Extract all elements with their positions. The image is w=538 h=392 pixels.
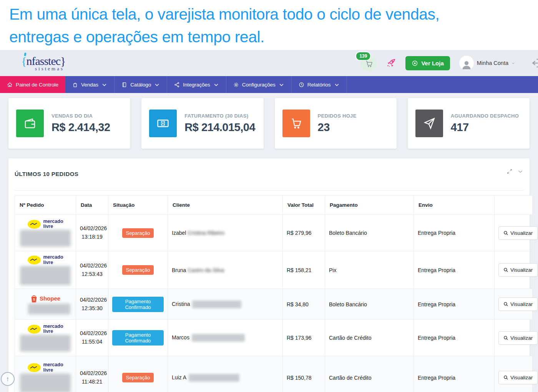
search-icon xyxy=(503,302,508,307)
order-client: Cristina xyxy=(168,289,283,320)
account-label: Minha Conta xyxy=(477,60,508,66)
ver-loja-button[interactable]: Ver Loja xyxy=(405,56,450,70)
chevron-down-icon xyxy=(511,61,515,65)
col-header-valor-total: Valor Total xyxy=(283,196,325,215)
logo-brace-left: { xyxy=(21,55,26,67)
cart-icon xyxy=(282,110,310,137)
order-payment: Boleto Bancário xyxy=(325,215,414,251)
order-total: R$ 34,80 xyxy=(283,289,325,320)
nav-item-relatorios[interactable]: Relatórios xyxy=(292,76,347,93)
stat-card-faturamento: FATURAMENTO (30 DIAS) R$ 214.015,04 xyxy=(141,98,263,149)
settings-icon xyxy=(233,82,239,88)
stat-value: R$ 2.414,32 xyxy=(51,121,110,134)
headline-banner: Em uma única tela, o varejista monitora … xyxy=(0,0,538,50)
order-payment: Pix xyxy=(325,251,414,289)
visualizar-button[interactable]: Visualizar xyxy=(498,297,538,311)
order-client: Bruna Castro da Silva xyxy=(168,251,283,289)
search-icon xyxy=(503,231,508,236)
order-date: 04/02/202612:53:43 xyxy=(76,251,108,289)
redacted-order-number xyxy=(20,374,71,392)
stat-card-pedidos-hoje: PEDIDOS HOJE 23 xyxy=(275,98,397,149)
stat-value: 23 xyxy=(318,121,357,134)
logout-icon[interactable] xyxy=(530,57,538,69)
table-row: mercadolivre 04/02/202612:53:43 Separaçã… xyxy=(15,251,533,289)
arrow-up-icon: ↑ xyxy=(6,375,10,383)
col-header-pedido: Nº Pedido xyxy=(15,196,76,215)
nav-item-painel-de-controle[interactable]: Painel de Controle xyxy=(0,76,65,93)
order-date: 04/02/202611:48:21 xyxy=(76,356,108,392)
redacted-order-number xyxy=(20,266,71,285)
order-shipping: Entrega Propria xyxy=(414,215,495,251)
order-client: Marcos xyxy=(168,320,283,356)
order-total: R$ 158,21 xyxy=(283,251,325,289)
nav-item-vendas[interactable]: Vendas xyxy=(65,76,115,93)
headline-line1: Em uma única tela, o varejista monitora … xyxy=(9,3,530,26)
stat-label: FATURAMENTO (30 DIAS) xyxy=(184,113,255,119)
header-cart-button[interactable]: 139 xyxy=(360,55,377,71)
stat-card-vendas-do-dia: VENDAS DO DIA R$ 2.414,32 xyxy=(8,98,130,149)
redacted-client-name: Castro da Silva xyxy=(188,267,224,273)
scroll-to-top-button[interactable]: ↑ xyxy=(1,372,15,386)
order-total: R$ 173,96 xyxy=(283,320,325,356)
stat-value: R$ 214.015,04 xyxy=(184,121,255,134)
visualizar-button[interactable]: Visualizar xyxy=(498,263,538,277)
table-row: mercadolivre 04/02/202613:18:19 Separaçã… xyxy=(15,215,533,251)
home-icon xyxy=(7,82,13,88)
col-header-pagamento: Pagamento xyxy=(325,196,414,215)
shopee-logo: S Shopee xyxy=(19,294,72,303)
order-shipping: Entrega Propria xyxy=(414,289,495,320)
table-row: mercadolivre 04/02/202611:48:21 Separaçã… xyxy=(15,356,533,392)
sales-bag-icon xyxy=(72,82,78,88)
order-payment: Cartão de Crédito xyxy=(325,356,414,392)
expand-icon[interactable] xyxy=(506,168,513,174)
chevron-down-icon xyxy=(213,82,219,88)
logo-brace-right: } xyxy=(60,55,65,67)
logo-name: nfasstec xyxy=(26,55,60,67)
col-header-envio: Envio xyxy=(414,196,495,215)
order-client: Luiz A xyxy=(168,356,283,392)
order-shipping: Entrega Propria xyxy=(414,320,495,356)
orders-panel: ÚLTIMOS 10 PEDIDOS Nº Pedido Data Situaç… xyxy=(8,158,530,392)
order-date: 04/02/202611:55:04 xyxy=(76,320,108,356)
redacted-order-number xyxy=(20,335,71,352)
visualizar-button[interactable]: Visualizar xyxy=(498,226,538,240)
redacted-client-name xyxy=(192,301,241,308)
col-header-cliente: Cliente xyxy=(168,196,283,215)
app-logo[interactable]: {nfasstec} sistemas xyxy=(21,55,65,71)
stat-card-aguardando-despacho: AGUARDANDO DESPACHO 417 xyxy=(408,98,530,149)
order-shipping: Entrega Propria xyxy=(414,356,495,392)
nav-item-integracoes[interactable]: Integrações xyxy=(167,76,226,93)
redacted-client-name xyxy=(189,374,239,382)
account-menu[interactable]: Minha Conta xyxy=(459,56,515,70)
col-header-actions xyxy=(495,196,533,215)
status-badge: Pagamento Confirmado xyxy=(112,297,164,312)
order-date: 04/02/202612:35:30 xyxy=(76,289,108,320)
stat-value: 417 xyxy=(451,121,519,134)
table-header-row: Nº Pedido Data Situação Cliente Valor To… xyxy=(15,196,533,215)
status-badge: Separação xyxy=(122,228,154,238)
headline-line2: entregas e operações em tempo real. xyxy=(9,26,530,48)
stat-cards: VENDAS DO DIA R$ 2.414,32 FATURAMENTO (3… xyxy=(0,93,538,149)
wallet-icon xyxy=(16,110,44,137)
nav-item-configuracoes[interactable]: Configurações xyxy=(226,76,292,93)
catalog-icon xyxy=(121,82,127,88)
mercadolivre-logo: mercadolivre xyxy=(19,219,72,229)
visualizar-button[interactable]: Visualizar xyxy=(498,331,538,345)
eye-icon xyxy=(412,60,418,66)
visualizar-button[interactable]: Visualizar xyxy=(498,371,538,384)
status-badge: Separação xyxy=(122,373,154,382)
stat-label: VENDAS DO DIA xyxy=(51,113,110,119)
nav-item-catalogo[interactable]: Catálogo xyxy=(115,76,167,93)
mercadolivre-logo: mercadolivre xyxy=(19,324,72,334)
table-row: mercadolivre 04/02/202611:55:04 Pagament… xyxy=(15,320,533,356)
collapse-chevron-icon[interactable] xyxy=(517,168,523,174)
order-payment: Boleto Bancário xyxy=(325,289,414,320)
order-date: 04/02/202613:18:19 xyxy=(76,215,108,251)
col-header-data: Data xyxy=(76,196,108,215)
mercadolivre-logo: mercadolivre xyxy=(19,255,72,265)
status-badge: Separação xyxy=(122,265,154,275)
chevron-down-icon xyxy=(101,82,107,88)
rocket-icon[interactable] xyxy=(386,58,396,68)
orders-panel-title: ÚLTIMOS 10 PEDIDOS xyxy=(15,158,523,177)
stat-label: PEDIDOS HOJE xyxy=(318,113,357,119)
